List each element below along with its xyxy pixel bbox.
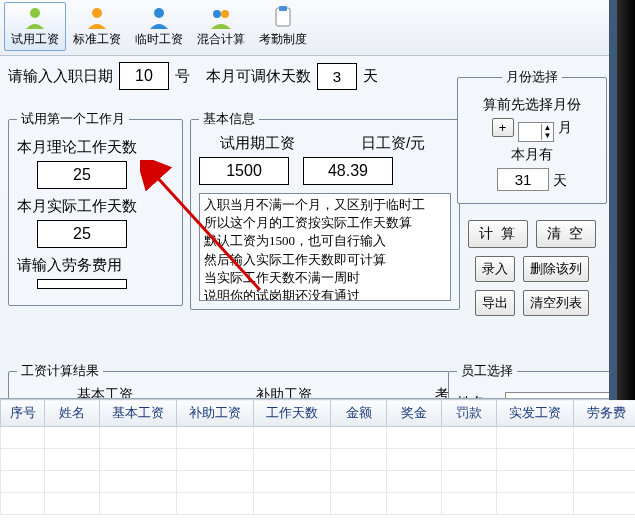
tab-temp-salary[interactable]: 临时工资: [128, 2, 190, 51]
table-row[interactable]: [1, 493, 636, 515]
clear-list-button[interactable]: 清空列表: [523, 290, 589, 316]
results-legend: 工资计算结果: [17, 362, 103, 380]
label-month-has: 本月有: [466, 146, 598, 164]
tab-trial-salary[interactable]: 试用工资: [4, 2, 66, 51]
th-penalty[interactable]: 罚款: [441, 400, 496, 427]
labor-fee-input[interactable]: [37, 279, 127, 289]
label-entry-date: 请输入入职日期: [8, 67, 113, 86]
unit-day: 号: [175, 67, 190, 86]
label-adjust-days: 本月可调休天数: [206, 67, 311, 86]
label-labor-fee: 请输入劳务费用: [17, 256, 174, 275]
actual-days-input[interactable]: 25: [37, 220, 127, 248]
label-theory-days: 本月理论工作天数: [17, 138, 174, 157]
th-labor[interactable]: 劳务费: [573, 400, 635, 427]
table-row[interactable]: [1, 471, 636, 493]
clipboard-icon: [271, 5, 295, 29]
unit-month: 月: [558, 119, 572, 135]
info-textarea[interactable]: [199, 193, 451, 301]
month-select-legend: 月份选择: [502, 68, 562, 86]
import-button[interactable]: 录入: [475, 256, 515, 282]
tab-label: 试用工资: [11, 31, 59, 48]
month-select-subtitle: 算前先选择月份: [466, 96, 598, 114]
th-amount[interactable]: 金额: [331, 400, 386, 427]
th-workdays[interactable]: 工作天数: [254, 400, 331, 427]
tab-label: 临时工资: [135, 31, 183, 48]
th-actual[interactable]: 实发工资: [496, 400, 573, 427]
unit-days2: 天: [553, 172, 567, 188]
table-row[interactable]: [1, 449, 636, 471]
trial-salary-input[interactable]: 1500: [199, 157, 289, 185]
delete-col-button[interactable]: 删除该列: [523, 256, 589, 282]
calc-button[interactable]: 计 算: [468, 220, 528, 248]
window-frame-right: [617, 0, 635, 400]
tab-standard-salary[interactable]: 标准工资: [66, 2, 128, 51]
svg-point-3: [213, 10, 221, 18]
first-month-legend: 试用第一个工作月: [17, 110, 129, 128]
people-group-icon: [209, 5, 233, 29]
tab-mixed-calc[interactable]: 混合计算: [190, 2, 252, 51]
tab-label: 考勤制度: [259, 31, 307, 48]
th-bonus[interactable]: 奖金: [386, 400, 441, 427]
th-seq[interactable]: 序号: [1, 400, 45, 427]
th-subsidy[interactable]: 补助工资: [177, 400, 254, 427]
toolbar: 试用工资 标准工资 临时工资 混合计算 考勤制度: [0, 0, 635, 56]
table-row[interactable]: [1, 427, 636, 449]
window-frame-right-inner: [609, 0, 617, 400]
month-select-group: 月份选择 算前先选择月份 + ▲▼ 月 本月有 31 天: [457, 68, 607, 204]
person-blue-icon: [147, 5, 171, 29]
svg-point-0: [30, 8, 40, 18]
adjust-days-input[interactable]: 3: [317, 63, 357, 90]
th-base[interactable]: 基本工资: [100, 400, 177, 427]
unit-days: 天: [363, 67, 378, 86]
data-grid[interactable]: 序号 姓名 基本工资 补助工资 工作天数 金额 奖金 罚款 实发工资 劳务费: [0, 398, 635, 529]
label-actual-days: 本月实际工作天数: [17, 197, 174, 216]
label-daily-wage: 日工资/元: [335, 134, 451, 153]
base-info-group: 基本信息 试用期工资 日工资/元 1500 48.39: [190, 110, 460, 310]
person-green-icon: [23, 5, 47, 29]
th-name[interactable]: 姓名: [45, 400, 100, 427]
plus-button[interactable]: +: [492, 118, 514, 137]
clear-button[interactable]: 清 空: [536, 220, 596, 248]
export-button[interactable]: 导出: [475, 290, 515, 316]
theory-days-input[interactable]: 25: [37, 161, 127, 189]
daily-wage-output: 48.39: [303, 157, 393, 185]
label-trial-salary: 试用期工资: [199, 134, 315, 153]
tab-label: 混合计算: [197, 31, 245, 48]
month-spinner[interactable]: ▲▼: [518, 122, 555, 142]
month-days-output: 31: [497, 168, 549, 191]
spin-down-icon[interactable]: ▼: [542, 132, 554, 140]
first-month-group: 试用第一个工作月 本月理论工作天数 25 本月实际工作天数 25 请输入劳务费用: [8, 110, 183, 306]
svg-point-4: [221, 10, 229, 18]
person-orange-icon: [85, 5, 109, 29]
entry-day-input[interactable]: 10: [119, 62, 169, 90]
tab-attendance[interactable]: 考勤制度: [252, 2, 314, 51]
base-info-legend: 基本信息: [199, 110, 259, 128]
tab-label: 标准工资: [73, 31, 121, 48]
employee-select-legend: 员工选择: [457, 362, 517, 380]
svg-rect-6: [279, 6, 287, 11]
svg-point-1: [92, 8, 102, 18]
svg-point-2: [154, 8, 164, 18]
